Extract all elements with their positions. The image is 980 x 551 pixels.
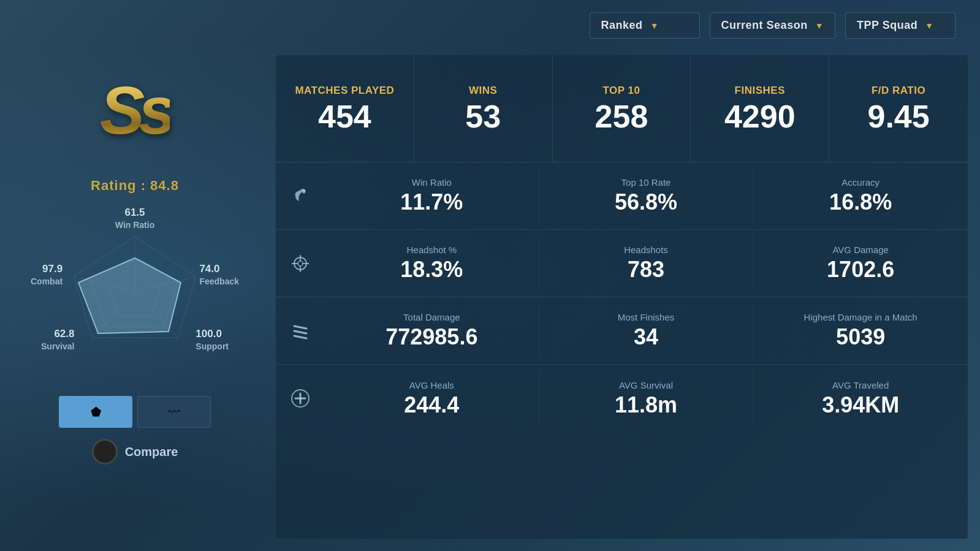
detail-value-3-1: 11.8m — [615, 393, 677, 417]
rating-value: 84.8 — [150, 178, 179, 193]
radar-tab-icon: ⬟ — [91, 405, 101, 419]
stat-cell-1: Wins 53 — [414, 55, 553, 162]
detail-value-3-2: 3.94KM — [822, 393, 899, 417]
feedback-value: 74.0 — [199, 262, 239, 276]
combat-name: Combat — [31, 276, 63, 287]
survival-name: Survival — [41, 341, 74, 352]
detail-row-0: Win Ratio 11.7% Top 10 Rate 56.8% Accura… — [276, 162, 968, 230]
detail-value-1-0: 18.3% — [400, 257, 463, 282]
detail-value-2-2: 5039 — [836, 325, 885, 349]
win-ratio-name: Win Ratio — [115, 219, 154, 230]
rating-label: Rating : — [91, 178, 146, 193]
detail-label-0-1: Top 10 Rate — [621, 177, 671, 188]
detail-rows-container: Win Ratio 11.7% Top 10 Rate 56.8% Accura… — [276, 162, 968, 432]
svg-line-17 — [294, 331, 306, 333]
detail-value-1-2: 1702.6 — [827, 257, 894, 282]
season-dropdown[interactable]: Current Season ▼ — [710, 12, 835, 39]
detail-value-0-0: 11.7% — [400, 190, 463, 215]
rank-letters: Ss — [100, 77, 170, 144]
left-panel: Ss Rating : 84.8 61.5 Win Ratio 74.0 — [0, 0, 270, 551]
detail-cell-1-1: Headshots 783 — [539, 236, 754, 291]
top-bar: Ranked ▼ Current Season ▼ TPP Squad ▼ — [590, 12, 955, 39]
detail-label-3-2: AVG Traveled — [832, 380, 889, 390]
detail-label-1-0: Headshot % — [406, 245, 457, 255]
stat-cell-2: Top 10 258 — [553, 55, 691, 162]
detail-cell-2-0: Total Damage 772985.6 — [325, 303, 539, 358]
radar-label-support: 100.0 Support — [196, 327, 229, 352]
detail-value-3-0: 244.4 — [404, 393, 459, 417]
stat-value-0: 454 — [318, 101, 371, 132]
tab-buttons: ⬟ 〰 — [59, 396, 211, 428]
stat-label-0: Matches Played — [295, 85, 394, 97]
stat-label-4: F/D Ratio — [872, 85, 925, 97]
detail-cell-2-2: Highest Damage in a Match 5039 — [753, 303, 968, 358]
stat-cell-3: Finishes 4290 — [691, 55, 829, 162]
type-arrow: ▼ — [925, 21, 933, 31]
row-icon-3 — [276, 381, 325, 416]
compare-label: Compare — [125, 445, 178, 459]
season-arrow: ▼ — [815, 21, 824, 31]
detail-label-2-1: Most Finishes — [618, 312, 675, 322]
type-dropdown[interactable]: TPP Squad ▼ — [845, 12, 955, 39]
detail-row-2: Total Damage 772985.6 Most Finishes 34 H… — [276, 297, 968, 365]
detail-label-0-0: Win Ratio — [412, 177, 452, 188]
support-name: Support — [196, 341, 229, 352]
row-icon-1 — [276, 246, 325, 281]
detail-cell-3-2: AVG Traveled 3.94KM — [753, 371, 968, 426]
win-ratio-value: 61.5 — [115, 206, 154, 219]
stat-value-4: 9.45 — [867, 101, 929, 132]
detail-row-1: Headshot % 18.3% Headshots 783 AVG Damag… — [276, 230, 968, 297]
rating-display: Rating : 84.8 — [91, 178, 179, 194]
support-value: 100.0 — [196, 327, 229, 341]
season-label: Current Season — [721, 19, 808, 32]
svg-line-18 — [294, 336, 306, 338]
svg-line-16 — [294, 326, 306, 329]
tab-chart[interactable]: 〰 — [137, 396, 211, 428]
compare-toggle[interactable] — [92, 439, 118, 465]
stat-value-1: 53 — [465, 101, 501, 132]
top-stats-row: Matches Played 454 Wins 53 Top 10 258 Fi… — [276, 55, 968, 162]
detail-label-1-1: Headshots — [624, 245, 668, 255]
detail-label-1-2: AVG Damage — [832, 245, 888, 255]
stat-cell-0: Matches Played 454 — [276, 55, 414, 162]
detail-label-2-2: Highest Damage in a Match — [804, 312, 917, 322]
radar-chart: 61.5 Win Ratio 74.0 Feedback 100.0 Suppo… — [31, 206, 239, 378]
combat-value: 97.9 — [31, 262, 63, 276]
row-icon-2 — [276, 314, 325, 348]
detail-label-3-1: AVG Survival — [619, 380, 673, 390]
mode-dropdown[interactable]: Ranked ▼ — [590, 12, 700, 39]
detail-label-2-0: Total Damage — [403, 312, 460, 322]
detail-cell-0-1: Top 10 Rate 56.8% — [539, 169, 754, 223]
survival-value: 62.8 — [41, 327, 74, 341]
row-icon-0 — [276, 179, 325, 213]
tab-radar[interactable]: ⬟ — [59, 396, 132, 428]
stat-value-2: 258 — [595, 101, 648, 132]
feedback-name: Feedback — [199, 276, 239, 287]
detail-value-2-0: 772985.6 — [386, 325, 477, 349]
detail-cell-1-2: AVG Damage 1702.6 — [753, 236, 968, 291]
stat-value-3: 4290 — [724, 101, 796, 132]
radar-label-survival: 62.8 Survival — [41, 327, 74, 352]
stat-label-3: Finishes — [735, 85, 785, 97]
detail-cell-3-1: AVG Survival 11.8m — [539, 371, 754, 426]
detail-value-0-2: 16.8% — [829, 190, 892, 215]
main-panel: Matches Played 454 Wins 53 Top 10 258 Fi… — [276, 55, 968, 539]
detail-cell-1-0: Headshot % 18.3% — [325, 236, 539, 291]
stat-cell-4: F/D Ratio 9.45 — [829, 55, 968, 162]
compare-row: Compare — [92, 439, 178, 465]
detail-row-3: AVG Heals 244.4 AVG Survival 11.8m AVG T… — [276, 365, 968, 432]
svg-point-9 — [303, 189, 305, 192]
detail-cell-0-2: Accuracy 16.8% — [753, 169, 968, 223]
radar-label-feedback: 74.0 Feedback — [199, 262, 239, 287]
stat-label-2: Top 10 — [603, 85, 640, 97]
stat-label-1: Wins — [469, 85, 497, 97]
detail-label-3-0: AVG Heals — [409, 380, 454, 390]
detail-label-0-2: Accuracy — [841, 177, 879, 188]
svg-marker-8 — [78, 258, 181, 333]
detail-cell-3-0: AVG Heals 244.4 — [325, 371, 539, 426]
rank-badge: Ss — [74, 49, 196, 172]
detail-value-0-1: 56.8% — [615, 190, 677, 215]
svg-point-11 — [298, 261, 303, 266]
detail-cell-2-1: Most Finishes 34 — [539, 303, 754, 358]
detail-value-1-1: 783 — [628, 257, 664, 282]
